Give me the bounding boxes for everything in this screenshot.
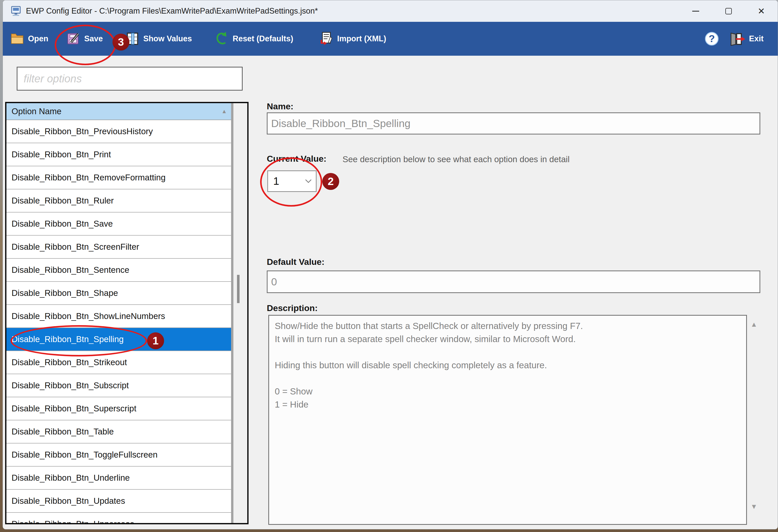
list-item[interactable]: Disable_Ribbon_Btn_Table bbox=[6, 420, 231, 443]
list-item-selected[interactable]: Disable_Ribbon_Btn_Spelling bbox=[6, 328, 231, 351]
chevron-down-icon bbox=[305, 179, 312, 184]
exit-label: Exit bbox=[749, 34, 764, 43]
description-line bbox=[275, 372, 741, 385]
ewp-config-editor-window: EWP Config Editor - C:\Program Files\Exa… bbox=[3, 0, 778, 529]
description-line: 1 = Hide bbox=[275, 398, 741, 411]
default-value-field: 0 bbox=[267, 270, 760, 293]
description-line: It will in turn run a separate spell che… bbox=[275, 332, 741, 345]
list-item[interactable]: Disable_Ribbon_Btn_RemoveFormatting bbox=[6, 166, 231, 189]
exit-door-icon bbox=[729, 31, 746, 46]
list-item[interactable]: Disable_Ribbon_Btn_Print bbox=[6, 143, 231, 166]
description-line: Hiding this button will disable spell ch… bbox=[275, 359, 741, 372]
list-item[interactable]: Disable_Ribbon_Btn_Strikeout bbox=[6, 351, 231, 374]
list-scrollbar-thumb[interactable] bbox=[237, 275, 240, 303]
default-value-label: Default Value: bbox=[267, 257, 324, 267]
reset-arrow-icon bbox=[214, 31, 229, 46]
open-label: Open bbox=[28, 34, 48, 43]
description-line: 0 = Show bbox=[275, 385, 741, 398]
annotation-badge-2: 2 bbox=[322, 173, 339, 190]
option-name-header-label: Option Name bbox=[12, 106, 61, 116]
show-values-label: Show Values bbox=[143, 34, 192, 43]
current-value-dropdown[interactable]: 1 bbox=[267, 170, 317, 192]
exit-button[interactable]: Exit bbox=[729, 22, 764, 56]
sort-ascending-icon: ▲ bbox=[221, 108, 227, 115]
list-item[interactable]: Disable_Ribbon_Btn_Uppercase bbox=[6, 513, 231, 523]
import-xml-button[interactable]: Import (XML) bbox=[319, 22, 386, 56]
list-item[interactable]: Disable_Ribbon_Btn_Ruler bbox=[6, 189, 231, 212]
maximize-icon bbox=[725, 8, 732, 14]
scroll-up-icon[interactable]: ▲ bbox=[751, 321, 758, 329]
save-label: Save bbox=[84, 34, 103, 43]
description-line bbox=[275, 345, 741, 359]
list-item[interactable]: Disable_Ribbon_Btn_Sentence bbox=[6, 259, 231, 282]
current-value-hint: See description below to see what each o… bbox=[342, 155, 569, 164]
help-icon: ? bbox=[704, 31, 719, 46]
reset-defaults-button[interactable]: Reset (Defaults) bbox=[214, 22, 293, 56]
minimize-button[interactable] bbox=[679, 0, 712, 22]
svg-text:?: ? bbox=[709, 33, 715, 44]
reset-label: Reset (Defaults) bbox=[233, 34, 293, 43]
current-value-selected: 1 bbox=[273, 175, 279, 187]
description-field: Show/Hide the button that starts a Spell… bbox=[268, 315, 747, 525]
title-bar: EWP Config Editor - C:\Program Files\Exa… bbox=[3, 0, 778, 22]
maximize-button[interactable] bbox=[712, 0, 745, 22]
list-scrollbar[interactable] bbox=[233, 103, 247, 523]
list-item[interactable]: Disable_Ribbon_Btn_Shape bbox=[6, 282, 231, 305]
options-list: Option Name ▲ Disable_Ribbon_Btn_Previou… bbox=[5, 102, 248, 524]
show-values-icon bbox=[125, 31, 140, 46]
close-icon: ✕ bbox=[758, 6, 765, 16]
toolbar: Open Save bbox=[3, 22, 778, 56]
save-icon bbox=[66, 31, 81, 46]
app-icon bbox=[10, 5, 22, 17]
description-line: Show/Hide the button that starts a Spell… bbox=[275, 319, 741, 332]
list-item[interactable]: Disable_Ribbon_Btn_Updates bbox=[6, 490, 231, 513]
import-xml-icon bbox=[319, 31, 333, 46]
name-field: Disable_Ribbon_Btn_Spelling bbox=[267, 112, 760, 135]
options-grid: Option Name ▲ Disable_Ribbon_Btn_Previou… bbox=[6, 103, 233, 523]
close-button[interactable]: ✕ bbox=[745, 0, 778, 22]
list-item[interactable]: Disable_Ribbon_Btn_ToggleFullscreen bbox=[6, 443, 231, 466]
name-label: Name: bbox=[267, 101, 294, 111]
list-item[interactable]: Disable_Ribbon_Btn_Underline bbox=[6, 466, 231, 490]
current-value-label: Current Value: bbox=[267, 154, 326, 164]
list-item[interactable]: Disable_Ribbon_Btn_PreviousHistory bbox=[6, 120, 231, 143]
list-item[interactable]: Disable_Ribbon_Btn_ScreenFilter bbox=[6, 236, 231, 259]
scroll-down-icon[interactable]: ▼ bbox=[751, 503, 758, 511]
description-label: Description: bbox=[267, 303, 318, 313]
list-item[interactable]: Disable_Ribbon_Btn_Superscript bbox=[6, 397, 231, 420]
list-item[interactable]: Disable_Ribbon_Btn_ShowLineNumbers bbox=[6, 305, 231, 328]
help-button[interactable]: ? bbox=[704, 22, 719, 56]
desktop-background: EWP Config Editor - C:\Program Files\Exa… bbox=[0, 0, 778, 532]
import-label: Import (XML) bbox=[337, 34, 386, 43]
list-item[interactable]: Disable_Ribbon_Btn_Save bbox=[6, 212, 231, 236]
filter-options-input[interactable] bbox=[17, 67, 243, 91]
option-name-column-header[interactable]: Option Name ▲ bbox=[6, 103, 231, 120]
minimize-icon bbox=[692, 11, 699, 12]
open-folder-icon bbox=[10, 31, 24, 46]
list-item[interactable]: Disable_Ribbon_Btn_Subscript bbox=[6, 374, 231, 397]
save-button[interactable]: Save bbox=[66, 22, 103, 56]
open-button[interactable]: Open bbox=[10, 22, 48, 56]
window-title: EWP Config Editor - C:\Program Files\Exa… bbox=[26, 6, 318, 16]
show-values-button[interactable]: Show Values bbox=[125, 22, 192, 56]
